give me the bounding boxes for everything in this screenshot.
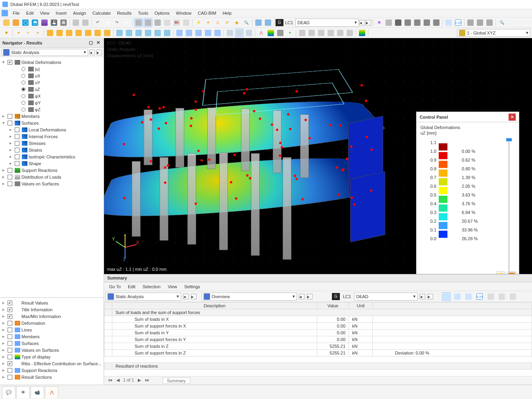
undo-button[interactable]: ↶	[93, 18, 102, 27]
lower-tree-0[interactable]: ▸ ✔ Result Values	[0, 299, 104, 306]
blue1-button[interactable]: ◯	[21, 18, 30, 27]
menu-options[interactable]: Options	[151, 10, 173, 17]
box-tool-2[interactable]	[125, 29, 133, 37]
summary-lc-next[interactable]: ▸	[428, 294, 433, 299]
summary-tool-1[interactable]	[442, 292, 451, 301]
box-tool-3[interactable]	[134, 29, 143, 37]
color-scale-button[interactable]	[358, 29, 366, 37]
tree-values-surfaces[interactable]: ▸ Values on Surfaces	[0, 180, 104, 187]
analysis-type-dropdown[interactable]: Static Analysis▾	[1, 49, 88, 56]
table-view-button[interactable]	[163, 18, 172, 27]
bottom-tab-chat[interactable]: 💬	[2, 386, 15, 398]
save-button[interactable]: 💾	[50, 18, 58, 27]
plot-tool-1[interactable]: ⋀	[257, 29, 266, 37]
viewport-3d[interactable]: LC1 - DEAD Static Analysis Displacements…	[104, 38, 532, 274]
tree-surface-0[interactable]: ▸ Local Deformations	[0, 126, 104, 133]
tree-deform-5[interactable]: φY	[0, 99, 104, 106]
tree-members[interactable]: ▸ Members	[0, 113, 104, 120]
summary-tool-5[interactable]	[486, 292, 495, 301]
slab-tool-3[interactable]	[65, 29, 73, 37]
legend-slider[interactable]	[506, 137, 512, 274]
menu-file[interactable]: File	[10, 10, 23, 17]
refresh-button[interactable]: ⟳	[223, 18, 231, 27]
slab-tool-2[interactable]	[55, 29, 64, 37]
open-button[interactable]	[12, 18, 20, 27]
lower-tree-11[interactable]: ▸ Result Sections	[0, 374, 104, 380]
gray-tool-4[interactable]	[326, 29, 335, 37]
print-button[interactable]: 🖶	[59, 18, 68, 27]
snap1-button[interactable]	[466, 18, 475, 27]
paste-button[interactable]	[81, 18, 90, 27]
tree-global-deformations[interactable]: ▾ ✔ Global Deformations	[0, 59, 104, 66]
summary-tool-3[interactable]	[464, 292, 473, 301]
summary-tool-4[interactable]: x.xx	[475, 292, 484, 301]
menu-tools[interactable]: Tools	[135, 10, 151, 17]
slab-tool-1[interactable]	[46, 29, 54, 37]
menu-window[interactable]: Window	[173, 10, 195, 17]
grid2-button[interactable]	[144, 18, 152, 27]
summary-overview-next[interactable]: ▸	[307, 294, 312, 299]
menu-insert[interactable]: Insert	[52, 10, 70, 17]
coord-system-dropdown[interactable]: 1 - Global XYZ▾	[457, 29, 530, 37]
summary-lc-prev[interactable]: ◂	[420, 294, 425, 299]
tree-deform-4[interactable]: φX	[0, 93, 104, 99]
summary-overview-prev[interactable]: ◂	[299, 294, 305, 299]
lower-tree-5[interactable]: ▸ Members	[0, 333, 104, 340]
star1-button[interactable]: ✦	[204, 18, 212, 27]
tree-deform-6[interactable]: φZ	[0, 106, 104, 113]
slab-tool-6[interactable]	[93, 29, 102, 37]
star-tool-1[interactable]: ✸	[2, 29, 11, 37]
summary-menu-selection[interactable]: Selection	[139, 283, 164, 290]
control-panel-close-button[interactable]: ✕	[509, 114, 516, 121]
list-button[interactable]	[182, 18, 191, 27]
target-button[interactable]: ◉	[232, 18, 241, 27]
magnify-button[interactable]: 🔍	[242, 18, 251, 27]
tree-surface-2[interactable]: ▸ Stresses	[0, 140, 104, 146]
cbox2-button[interactable]: x.xx	[454, 18, 463, 27]
summary-analysis-dropdown[interactable]: Static Analysis▾	[106, 293, 181, 301]
summary-menu-view[interactable]: View	[164, 283, 181, 290]
lower-tree-10[interactable]: ▸ Support Reactions	[0, 367, 104, 374]
summary-lc-dropdown[interactable]: DEAD▾	[354, 293, 418, 301]
summary-tool-6[interactable]	[497, 292, 506, 301]
gray-tool-3[interactable]	[317, 29, 326, 37]
new-button[interactable]	[2, 18, 11, 27]
menu-results[interactable]: Results	[114, 10, 135, 17]
range-tool-4[interactable]	[204, 29, 212, 37]
plot-tool-4[interactable]: ✦	[285, 29, 294, 37]
menu-edit[interactable]: Edit	[23, 10, 37, 17]
tree-deform-3[interactable]: uZ	[0, 86, 104, 93]
lc-next-button[interactable]: ▸	[366, 20, 371, 25]
tree-distribution-loads[interactable]: ▸ Distribution of Loads	[0, 173, 104, 180]
gray-tool-5[interactable]	[336, 29, 345, 37]
menu-cad-bim[interactable]: CAD-BIM	[195, 10, 219, 17]
lc-prev-button[interactable]: ◂	[359, 20, 365, 25]
pager-last-button[interactable]: ⏭	[145, 378, 150, 384]
snap2-button[interactable]	[476, 18, 484, 27]
shape1-button[interactable]	[403, 18, 412, 27]
shape4-button[interactable]	[432, 18, 441, 27]
warn-button[interactable]: ⚠	[213, 18, 222, 27]
lc-dropdown[interactable]: DEAD▾	[295, 19, 359, 27]
summary-menu-edit[interactable]: Edit	[124, 283, 139, 290]
star-tool-4[interactable]: ✶	[33, 29, 42, 37]
view-tool-3[interactable]	[245, 29, 253, 37]
bottom-tab-rec[interactable]: 📹	[31, 386, 44, 398]
nav-prev-button[interactable]: ◂	[89, 50, 95, 55]
star-tool-3[interactable]: ✧	[24, 29, 33, 37]
redo-button[interactable]: ↷	[112, 18, 121, 27]
lower-tree-3[interactable]: ▸ Deformation	[0, 320, 104, 326]
menu-assign[interactable]: Assign	[70, 10, 89, 17]
tree-deform-2[interactable]: uY	[0, 79, 104, 86]
plot-tool-2[interactable]	[266, 29, 275, 37]
view-tool-2[interactable]	[235, 29, 244, 37]
lower-tree-8[interactable]: ▸ Type of display	[0, 353, 104, 360]
tree-surfaces[interactable]: ▾ Surfaces	[0, 120, 104, 126]
gray-tool-2[interactable]	[307, 29, 316, 37]
star-tool-2[interactable]: ✦	[14, 29, 23, 37]
view-tool-1[interactable]	[226, 29, 234, 37]
box-tool-5[interactable]	[153, 29, 162, 37]
navigator-dock-button[interactable]: ▢	[88, 40, 94, 46]
lower-tree-2[interactable]: ▸ ✔ Max/Min Information	[0, 313, 104, 320]
bottom-tab-plot[interactable]: ⋀	[45, 386, 58, 398]
